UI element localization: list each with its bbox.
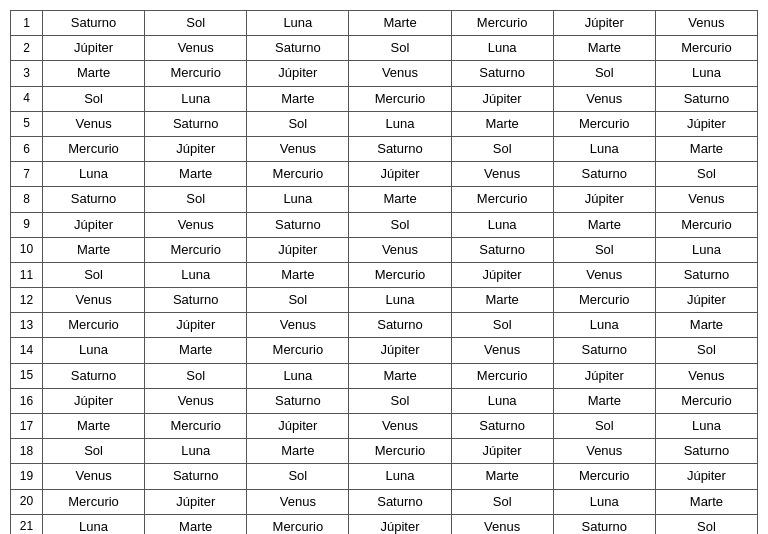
planet-cell: Venus (349, 61, 451, 86)
row-number: 13 (11, 313, 43, 338)
planet-cell: Sol (349, 212, 451, 237)
planet-cell: Saturno (145, 464, 247, 489)
planet-cell: Mercurio (145, 414, 247, 439)
planet-cell: Venus (451, 514, 553, 534)
planet-cell: Venus (553, 86, 655, 111)
planet-cell: Sol (553, 61, 655, 86)
row-number: 3 (11, 61, 43, 86)
planet-cell: Luna (145, 86, 247, 111)
planet-cell: Venus (553, 439, 655, 464)
planet-cell: Sol (43, 439, 145, 464)
table-row: 15SaturnoSolLunaMarteMercurioJúpiterVenu… (11, 363, 758, 388)
planet-cell: Saturno (655, 262, 757, 287)
planet-cell: Sol (247, 111, 349, 136)
planet-cell: Mercurio (553, 464, 655, 489)
planet-cell: Marte (349, 11, 451, 36)
planet-cell: Júpiter (553, 363, 655, 388)
planet-cell: Marte (451, 464, 553, 489)
table-row: 16JúpiterVenusSaturnoSolLunaMarteMercuri… (11, 388, 758, 413)
planet-cell: Júpiter (655, 464, 757, 489)
planet-cell: Venus (247, 489, 349, 514)
planet-cell: Júpiter (553, 11, 655, 36)
planet-cell: Mercurio (145, 237, 247, 262)
planet-cell: Venus (349, 414, 451, 439)
row-number: 20 (11, 489, 43, 514)
planet-cell: Sol (451, 313, 553, 338)
table-row: 9JúpiterVenusSaturnoSolLunaMarteMercurio (11, 212, 758, 237)
planet-cell: Sol (553, 237, 655, 262)
planet-cell: Marte (145, 162, 247, 187)
table-row: 21LunaMarteMercurioJúpiterVenusSaturnoSo… (11, 514, 758, 534)
planet-cell: Júpiter (349, 514, 451, 534)
planet-cell: Sol (349, 36, 451, 61)
planet-cell: Saturno (553, 162, 655, 187)
planet-cell: Luna (247, 11, 349, 36)
row-number: 16 (11, 388, 43, 413)
planet-cell: Júpiter (145, 489, 247, 514)
planet-cell: Venus (451, 338, 553, 363)
planet-cell: Venus (145, 212, 247, 237)
table-row: 13MercurioJúpiterVenusSaturnoSolLunaMart… (11, 313, 758, 338)
planet-cell: Júpiter (43, 36, 145, 61)
planet-cell: Luna (553, 489, 655, 514)
planet-cell: Mercurio (553, 288, 655, 313)
planet-cell: Júpiter (451, 86, 553, 111)
planet-cell: Saturno (43, 187, 145, 212)
planet-cell: Sol (145, 363, 247, 388)
planet-cell: Mercurio (349, 86, 451, 111)
row-number: 5 (11, 111, 43, 136)
table-row: 19VenusSaturnoSolLunaMarteMercurioJúpite… (11, 464, 758, 489)
planet-cell: Mercurio (451, 363, 553, 388)
planet-cell: Luna (553, 136, 655, 161)
planet-cell: Marte (145, 338, 247, 363)
planet-cell: Saturno (655, 439, 757, 464)
planet-cell: Sol (247, 464, 349, 489)
table-row: 11SolLunaMarteMercurioJúpiterVenusSaturn… (11, 262, 758, 287)
planet-cell: Mercurio (247, 514, 349, 534)
planet-cell: Marte (247, 86, 349, 111)
table-row: 1SaturnoSolLunaMarteMercurioJúpiterVenus (11, 11, 758, 36)
planet-cell: Mercurio (349, 439, 451, 464)
planet-cell: Marte (451, 288, 553, 313)
planet-cell: Júpiter (43, 212, 145, 237)
table-row: 17MarteMercurioJúpiterVenusSaturnoSolLun… (11, 414, 758, 439)
planet-cell: Saturno (451, 61, 553, 86)
planet-cell: Venus (655, 363, 757, 388)
planet-cell: Sol (145, 11, 247, 36)
planet-cell: Luna (655, 61, 757, 86)
table-row: 6MercurioJúpiterVenusSaturnoSolLunaMarte (11, 136, 758, 161)
planet-cell: Luna (451, 388, 553, 413)
planet-cell: Júpiter (451, 262, 553, 287)
planet-cell: Venus (247, 136, 349, 161)
planet-cell: Mercurio (43, 489, 145, 514)
row-number: 12 (11, 288, 43, 313)
planet-cell: Venus (451, 162, 553, 187)
planet-cell: Venus (43, 111, 145, 136)
row-number: 18 (11, 439, 43, 464)
planet-cell: Júpiter (553, 187, 655, 212)
planet-cell: Venus (145, 36, 247, 61)
planet-cell: Júpiter (43, 388, 145, 413)
planet-cell: Marte (43, 237, 145, 262)
row-number: 4 (11, 86, 43, 111)
planet-cell: Luna (247, 363, 349, 388)
planet-cell: Sol (43, 262, 145, 287)
planet-cell: Luna (145, 262, 247, 287)
table-row: 7LunaMarteMercurioJúpiterVenusSaturnoSol (11, 162, 758, 187)
planet-cell: Luna (145, 439, 247, 464)
planet-cell: Luna (349, 464, 451, 489)
planet-cell: Marte (655, 489, 757, 514)
planet-cell: Marte (655, 313, 757, 338)
planet-cell: Sol (655, 162, 757, 187)
planet-cell: Saturno (43, 11, 145, 36)
planet-cell: Luna (655, 237, 757, 262)
planet-cell: Luna (349, 111, 451, 136)
table-row: 3MarteMercurioJúpiterVenusSaturnoSolLuna (11, 61, 758, 86)
row-number: 7 (11, 162, 43, 187)
planet-cell: Júpiter (145, 136, 247, 161)
planet-cell: Sol (655, 514, 757, 534)
planet-cell: Júpiter (655, 111, 757, 136)
planet-cell: Mercurio (553, 111, 655, 136)
planet-cell: Marte (655, 136, 757, 161)
planet-cell: Venus (43, 288, 145, 313)
